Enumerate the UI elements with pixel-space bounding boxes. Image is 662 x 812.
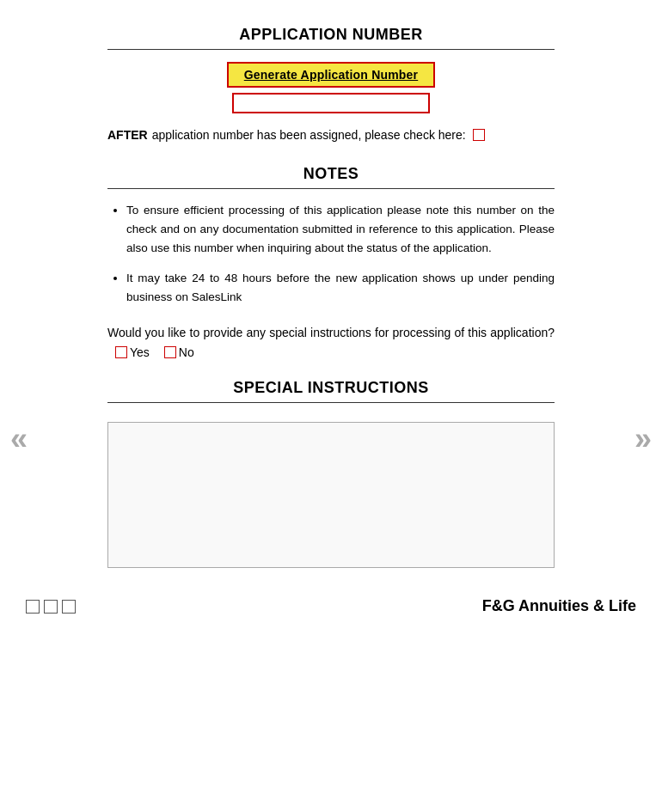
special-instructions-textarea[interactable] [107,422,555,568]
special-instructions-title: SPECIAL INSTRUCTIONS [107,379,555,397]
notes-divider [107,188,555,189]
generate-button[interactable]: Generate Application Number [227,62,435,88]
notes-item-1: To ensure efficient processing of this a… [126,201,555,257]
page-container: « » APPLICATION NUMBER Generate Applicat… [0,0,662,812]
nav-arrow-left[interactable]: « [10,421,28,457]
no-checkbox[interactable] [164,346,176,358]
no-label: No [179,343,194,362]
generate-btn-wrap: Generate Application Number [107,62,555,88]
app-number-title: APPLICATION NUMBER [107,26,555,44]
footer-brand: F&G Annuities & Life [482,597,636,615]
after-assigned-text: AFTER application number has been assign… [107,125,555,144]
yes-label: Yes [130,343,150,362]
footer-squares [26,600,76,614]
title-divider [107,49,555,50]
application-number-section: APPLICATION NUMBER Generate Application … [107,26,555,144]
notes-list: To ensure efficient processing of this a… [107,201,555,306]
footer-square-1 [26,600,40,614]
no-option: No [162,343,194,362]
app-number-input-wrap [107,93,555,113]
instructions-question-text: Would you like to provide any special in… [107,326,555,339]
footer-square-3 [62,600,76,614]
after-text-body: application number has been assigned, pl… [152,125,466,144]
yn-wrap: Yes No [113,343,194,362]
yes-option: Yes [113,343,150,362]
special-instructions-divider [107,402,555,403]
nav-arrow-right[interactable]: » [634,421,652,457]
main-content: APPLICATION NUMBER Generate Application … [107,26,555,571]
special-instructions-section: SPECIAL INSTRUCTIONS [107,379,555,571]
after-label: AFTER [107,125,148,144]
notes-title: NOTES [107,165,555,183]
notes-section: NOTES To ensure efficient processing of … [107,165,555,306]
instructions-question-block: Would you like to provide any special in… [107,323,555,363]
assigned-checkbox[interactable] [473,129,485,141]
notes-item-2: It may take 24 to 48 hours before the ne… [126,269,555,306]
app-number-input[interactable] [232,93,430,113]
footer-square-2 [44,600,58,614]
footer: F&G Annuities & Life [0,589,662,624]
yes-checkbox[interactable] [115,346,127,358]
